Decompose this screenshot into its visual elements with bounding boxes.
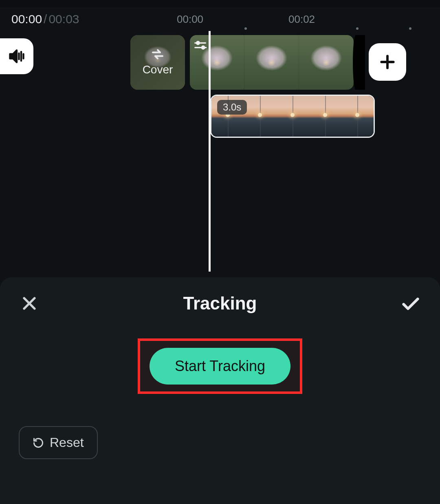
time-current: 00:00 (11, 12, 42, 26)
svg-marker-0 (10, 50, 17, 62)
confirm-button[interactable] (399, 292, 422, 315)
clip-frame (299, 35, 354, 90)
reset-label: Reset (50, 435, 84, 450)
close-icon (20, 294, 38, 312)
ruler-mark: 00:00 (177, 13, 203, 26)
time-ruler: 00:00 / 00:03 00:00 00:02 (0, 7, 440, 31)
tracking-panel: Tracking Start Tracking Reset (0, 277, 440, 504)
overlay-clip[interactable]: 3.0s (210, 95, 375, 138)
ruler-dot (409, 27, 411, 30)
ruler-dot (356, 27, 359, 30)
svg-point-4 (197, 42, 200, 44)
panel-title: Tracking (183, 293, 257, 314)
clip-frame (244, 35, 299, 90)
duration-badge: 3.0s (217, 100, 247, 115)
clip-frame (341, 96, 374, 137)
clip-tail (353, 35, 365, 90)
plus-icon (378, 53, 396, 71)
cover-button[interactable]: Cover (130, 35, 185, 90)
add-clip-button[interactable] (369, 43, 406, 81)
clip-frame (309, 96, 341, 137)
clip-frame (276, 96, 309, 137)
ruler-mark: 00:02 (288, 13, 315, 26)
ruler-dot (244, 27, 247, 30)
svg-point-7 (202, 46, 205, 49)
volume-button[interactable] (0, 38, 33, 74)
close-button[interactable] (18, 292, 41, 315)
reset-button[interactable]: Reset (19, 426, 98, 459)
time-total: 00:03 (48, 12, 79, 26)
start-tracking-button[interactable]: Start Tracking (150, 348, 290, 385)
tutorial-highlight: Start Tracking (138, 338, 302, 394)
adjust-icon (194, 38, 208, 52)
timeline-area[interactable]: Cover 3.0s (0, 31, 440, 277)
time-separator: / (44, 12, 47, 26)
cover-label: Cover (143, 63, 173, 76)
top-bar (0, 0, 440, 7)
main-clip[interactable] (190, 35, 354, 90)
playhead[interactable] (209, 31, 211, 272)
check-icon (400, 293, 421, 314)
swap-icon (150, 49, 165, 60)
volume-icon (8, 47, 26, 65)
reset-icon (33, 437, 44, 449)
clip-frame (244, 96, 277, 137)
